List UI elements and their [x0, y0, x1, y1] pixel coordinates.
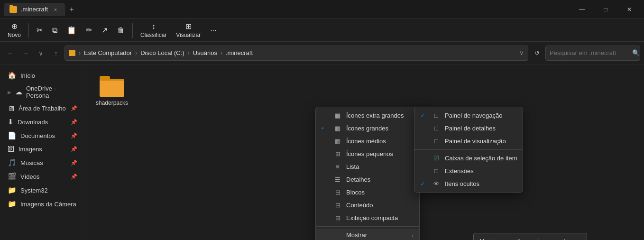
toolbar-separator-1	[28, 23, 29, 38]
new-button[interactable]: ⊕ Novo	[4, 21, 25, 40]
sidebar-item-inicio[interactable]: 🏠 Início	[2, 69, 83, 82]
main-area: 🏠 Início ▶ ☁ OneDrive - Persona 🖥 Área d…	[0, 65, 644, 240]
more-icon: ···	[210, 26, 216, 35]
active-tab[interactable]: .minecraft ×	[4, 3, 65, 16]
sidebar-item-downloads[interactable]: ⬇ Downloads 📌	[2, 115, 83, 129]
menu-label-painel-detalhes: Painel de detalhes	[445, 125, 496, 132]
view-icon: ⊞	[185, 22, 192, 31]
menu-item-conteudo[interactable]: ⊟ Conteúdo	[316, 199, 419, 212]
search-input[interactable]	[550, 49, 629, 56]
conteudo-icon: ⊟	[334, 202, 341, 209]
menu-item-itens-ocultos[interactable]: ✓ 👁 Itens ocultos	[414, 177, 523, 190]
sidebar-item-label-musicas: Músicas	[20, 159, 43, 166]
menu-label-painel-vis: Painel de visualização	[445, 138, 506, 145]
sidebar-item-label-inicio: Início	[20, 72, 35, 79]
music-icon: 🎵	[8, 158, 17, 167]
titlebar: .minecraft × + — □ ✕	[0, 0, 644, 19]
menu-item-exibicao[interactable]: ⊟ Exibição compacta	[316, 212, 419, 224]
menu-item-blocos[interactable]: ⊟ Blocos	[316, 186, 419, 199]
new-tab-button[interactable]: +	[65, 3, 78, 16]
menu-label-mostrar: Mostrar	[346, 231, 367, 239]
path-segment-2: Usuários	[193, 49, 217, 56]
pin-icon-musicas: 📌	[71, 160, 77, 166]
caixas-icon: ☑	[432, 155, 440, 162]
lista-icon: ≡	[334, 163, 341, 170]
sidebar-item-imagens[interactable]: 🖼 Imagens 📌	[2, 143, 83, 156]
folder-item-shaderpacks[interactable]: shaderpacks	[93, 72, 131, 110]
view-label: Visualizar	[176, 32, 201, 38]
menu-item-lista[interactable]: ≡ Lista	[316, 160, 419, 173]
menu-label-caixas: Caixas de seleção de item	[445, 155, 517, 162]
sort-button[interactable]: ↕ Classificar	[137, 21, 170, 40]
sidebar-item-onedrive[interactable]: ▶ ☁ OneDrive - Persona	[2, 83, 83, 102]
menu-item-painel-detalhes[interactable]: □ Painel de detalhes	[414, 122, 523, 135]
menu-item-icones-pequenos[interactable]: ⊞ Ícones pequenos	[316, 148, 419, 160]
menu-item-mostrar[interactable]: Mostrar ›	[316, 229, 419, 240]
more-button[interactable]: ···	[206, 21, 220, 40]
view-button[interactable]: ⊞ Visualizar	[172, 21, 204, 40]
submenu-arrow-mostrar: ›	[412, 232, 414, 238]
menu-item-extensoes[interactable]: □ Extensões	[414, 165, 523, 177]
icones-medios-icon: ▦	[334, 138, 341, 145]
mostrar-submenu: ✓ □ Painel de navegação □ Painel de deta…	[414, 107, 523, 193]
copy-icon: ⧉	[52, 26, 57, 35]
blocos-icon: ⊟	[334, 189, 341, 196]
new-icon: ⊕	[11, 22, 18, 31]
copy-button[interactable]: ⧉	[48, 21, 61, 40]
icones-extra-icon: ▦	[334, 112, 341, 119]
menu-item-painel-nav[interactable]: ✓ □ Painel de navegação	[414, 109, 523, 122]
sidebar-item-videos[interactable]: 🎬 Vídeos 📌	[2, 170, 83, 183]
cut-icon: ✂	[37, 26, 43, 35]
menu-item-detalhes[interactable]: ☰ Detalhes	[316, 173, 419, 186]
refresh-button[interactable]: ↺	[530, 46, 543, 60]
back-button[interactable]: ←	[4, 46, 17, 60]
sidebar-item-label-imagens: Imagens	[18, 146, 42, 153]
up-icon: ↑	[55, 49, 58, 57]
sidebar-item-desktop[interactable]: 🖥 Área de Trabalho 📌	[2, 102, 83, 115]
path-dropdown-icon[interactable]: ∨	[519, 49, 524, 56]
tab-label: .minecraft	[21, 6, 48, 13]
rename-button[interactable]: ✏	[82, 21, 96, 40]
mostrar-sep	[414, 149, 523, 150]
menu-item-icones-medios[interactable]: ▦ Ícones médios	[316, 135, 419, 148]
forward-button[interactable]: →	[19, 46, 32, 60]
expand-path-button[interactable]: ∨	[34, 46, 47, 60]
menu-label-icones-pequenos: Ícones pequenos	[346, 150, 393, 157]
menu-label-itens-ocultos: Itens ocultos	[445, 180, 479, 187]
paste-button[interactable]: 📋	[63, 21, 80, 40]
sidebar-item-musicas[interactable]: 🎵 Músicas 📌	[2, 156, 83, 169]
delete-button[interactable]: 🗑	[113, 21, 129, 40]
path-sep-1: ›	[134, 50, 138, 56]
menu-item-caixas[interactable]: ☑ Caixas de seleção de item	[414, 152, 523, 165]
share-button[interactable]: ↗	[98, 21, 111, 40]
search-box[interactable]: 🔍	[545, 46, 640, 61]
menu-item-icones-extra[interactable]: ▦ Ícones extra grandes	[316, 109, 419, 122]
close-button[interactable]: ✕	[618, 2, 640, 17]
pin-icon-videos: 📌	[71, 174, 77, 180]
toolbar-separator-2	[132, 23, 133, 38]
sidebar-item-label-onedrive: OneDrive - Persona	[26, 85, 77, 99]
maximize-button[interactable]: □	[595, 2, 616, 17]
cut-button[interactable]: ✂	[33, 21, 46, 40]
sidebar-item-imagens-camera[interactable]: 📁 Imagens da Câmera	[2, 197, 83, 211]
sidebar-item-system32[interactable]: 📁 System32	[2, 184, 83, 197]
view-dropdown-menu: ▦ Ícones extra grandes • ▦ Ícones grande…	[315, 107, 420, 240]
menu-item-painel-vis[interactable]: □ Painel de visualização	[414, 135, 523, 148]
menu-item-icones-grandes[interactable]: • ▦ Ícones grandes	[316, 122, 419, 135]
pin-icon-documentos: 📌	[71, 133, 77, 139]
extensoes-icon: □	[432, 167, 440, 175]
sort-label: Classificar	[140, 32, 166, 38]
sidebar-item-documentos[interactable]: 📄 Documentos 📌	[2, 129, 83, 142]
sidebar-item-label-desktop: Área de Trabalho	[18, 105, 66, 112]
path-segment-1: Disco Local (C:)	[140, 49, 184, 56]
new-label: Novo	[8, 32, 21, 38]
menu-label-conteudo: Conteúdo	[346, 202, 373, 209]
share-icon: ↗	[101, 26, 108, 35]
tab-close-button[interactable]: ×	[52, 6, 59, 13]
delete-icon: 🗑	[117, 26, 125, 35]
up-button[interactable]: ↑	[49, 46, 63, 60]
address-path[interactable]: › Este Computador › Disco Local (C:) › U…	[64, 46, 528, 61]
toolbar: ⊕ Novo ✂ ⧉ 📋 ✏ ↗ 🗑 ↕ Classificar ⊞ Visua…	[0, 19, 644, 42]
minimize-button[interactable]: —	[571, 2, 593, 17]
menu-label-painel-nav: Painel de navegação	[445, 112, 502, 119]
